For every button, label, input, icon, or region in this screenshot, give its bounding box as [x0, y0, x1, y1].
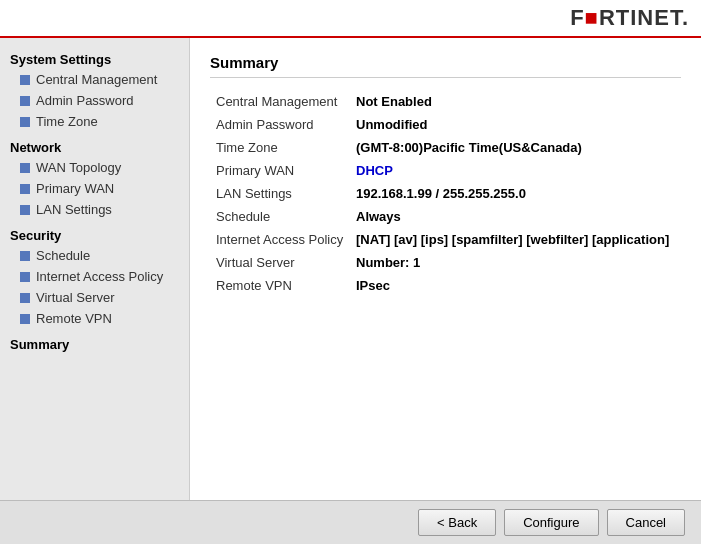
bullet-icon: [20, 251, 30, 261]
bullet-icon: [20, 314, 30, 324]
bullet-icon: [20, 75, 30, 85]
sidebar-item-admin-password[interactable]: Admin Password: [0, 90, 189, 111]
sidebar-item-label: WAN Topology: [36, 160, 121, 175]
sidebar-item-label: LAN Settings: [36, 202, 112, 217]
bullet-icon: [20, 163, 30, 173]
sidebar-item-label: Primary WAN: [36, 181, 114, 196]
bullet-icon: [20, 293, 30, 303]
table-row: LAN Settings192.168.1.99 / 255.255.255.0: [210, 182, 681, 205]
primary-wan-link[interactable]: DHCP: [356, 163, 393, 178]
row-label: Schedule: [210, 205, 350, 228]
sidebar-item-remote-vpn[interactable]: Remote VPN: [0, 308, 189, 329]
row-label: Remote VPN: [210, 274, 350, 297]
sidebar-item-label: Schedule: [36, 248, 90, 263]
sidebar-item-label: Virtual Server: [36, 290, 115, 305]
sidebar-active-label: Summary: [10, 337, 69, 352]
sidebar-item-wan-topology[interactable]: WAN Topology: [0, 157, 189, 178]
row-label: Central Management: [210, 90, 350, 113]
sidebar-item-schedule[interactable]: Schedule: [0, 245, 189, 266]
row-label: Time Zone: [210, 136, 350, 159]
row-value: IPsec: [350, 274, 681, 297]
sidebar-item-time-zone[interactable]: Time Zone: [0, 111, 189, 132]
table-row: ScheduleAlways: [210, 205, 681, 228]
sidebar-item-primary-wan[interactable]: Primary WAN: [0, 178, 189, 199]
table-row: Time Zone(GMT-8:00)Pacific Time(US&Canad…: [210, 136, 681, 159]
bullet-icon: [20, 96, 30, 106]
bullet-icon: [20, 117, 30, 127]
bullet-icon: [20, 205, 30, 215]
summary-table: Central ManagementNot EnabledAdmin Passw…: [210, 90, 681, 297]
sidebar-section-system-settings: System Settings: [0, 48, 189, 69]
sidebar-item-virtual-server[interactable]: Virtual Server: [0, 287, 189, 308]
table-row: Admin PasswordUnmodified: [210, 113, 681, 136]
bullet-icon: [20, 184, 30, 194]
row-value: 192.168.1.99 / 255.255.255.0: [350, 182, 681, 205]
row-label: LAN Settings: [210, 182, 350, 205]
table-row: Remote VPNIPsec: [210, 274, 681, 297]
logo-dot: ■: [585, 5, 599, 30]
sidebar-item-label: Internet Access Policy: [36, 269, 163, 284]
row-value: Not Enabled: [350, 90, 681, 113]
content-area: Summary Central ManagementNot EnabledAdm…: [190, 38, 701, 500]
sidebar-item-summary[interactable]: Summary: [0, 333, 189, 356]
sidebar-item-internet-access-policy[interactable]: Internet Access Policy: [0, 266, 189, 287]
footer: < Back Configure Cancel: [0, 500, 701, 544]
row-value: [NAT] [av] [ips] [spamfilter] [webfilter…: [350, 228, 681, 251]
logo: F■RTINET.: [570, 5, 689, 31]
row-label: Virtual Server: [210, 251, 350, 274]
row-label: Primary WAN: [210, 159, 350, 182]
row-label: Admin Password: [210, 113, 350, 136]
table-row: Internet Access Policy[NAT] [av] [ips] […: [210, 228, 681, 251]
row-value: Number: 1: [350, 251, 681, 274]
row-value[interactable]: DHCP: [350, 159, 681, 182]
bullet-icon: [20, 272, 30, 282]
sidebar-section-security: Security: [0, 224, 189, 245]
row-label: Internet Access Policy: [210, 228, 350, 251]
header: F■RTINET.: [0, 0, 701, 38]
table-row: Primary WANDHCP: [210, 159, 681, 182]
row-value: (GMT-8:00)Pacific Time(US&Canada): [350, 136, 681, 159]
cancel-button[interactable]: Cancel: [607, 509, 685, 536]
back-button[interactable]: < Back: [418, 509, 496, 536]
sidebar-item-label: Admin Password: [36, 93, 134, 108]
sidebar-section-network: Network: [0, 136, 189, 157]
row-value: Unmodified: [350, 113, 681, 136]
main-area: System Settings Central Management Admin…: [0, 38, 701, 500]
sidebar-item-lan-settings[interactable]: LAN Settings: [0, 199, 189, 220]
sidebar-item-central-management[interactable]: Central Management: [0, 69, 189, 90]
sidebar-item-label: Central Management: [36, 72, 157, 87]
table-row: Central ManagementNot Enabled: [210, 90, 681, 113]
logo-text: F■RTINET.: [570, 5, 689, 31]
sidebar-item-label: Remote VPN: [36, 311, 112, 326]
table-row: Virtual ServerNumber: 1: [210, 251, 681, 274]
page-title: Summary: [210, 54, 681, 78]
row-value: Always: [350, 205, 681, 228]
sidebar: System Settings Central Management Admin…: [0, 38, 190, 500]
configure-button[interactable]: Configure: [504, 509, 598, 536]
sidebar-item-label: Time Zone: [36, 114, 98, 129]
